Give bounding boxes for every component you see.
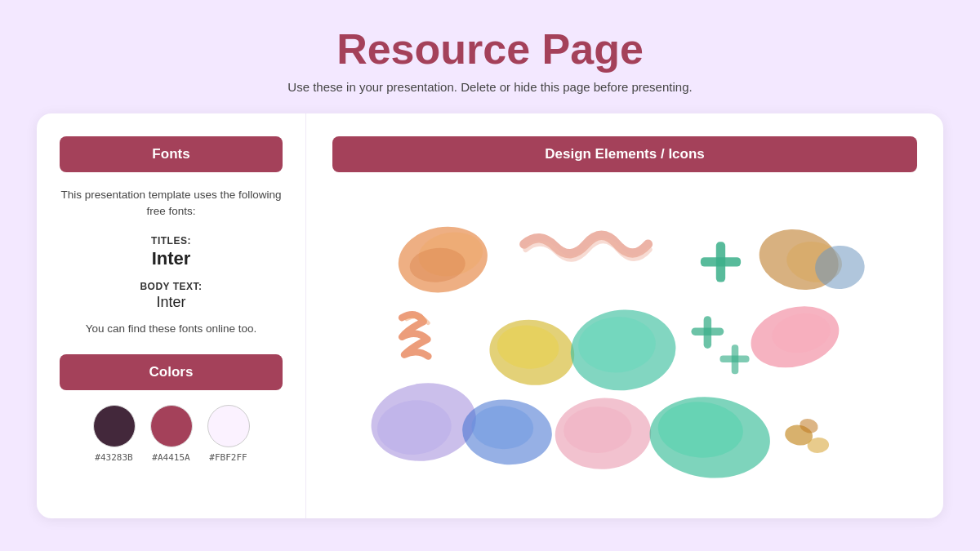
swatch-circle [207, 405, 250, 447]
fonts-description: This presentation template uses the foll… [60, 187, 283, 220]
colors-header: Colors [60, 354, 283, 390]
page-header: Resource Page Use these in your presenta… [287, 24, 692, 94]
body-label: BODY TEXT: [60, 281, 283, 292]
swatch-item: #FBF2FF [207, 405, 250, 463]
body-font: Inter [60, 294, 283, 311]
watercolor-elements [332, 202, 917, 495]
swatch-label: #43283B [95, 452, 132, 463]
swatch-item: #43283B [93, 405, 136, 463]
right-panel: Design Elements / Icons [306, 113, 943, 518]
svg-rect-4 [701, 257, 741, 266]
svg-rect-15 [720, 356, 750, 363]
page-title: Resource Page [287, 24, 692, 73]
fonts-header: Fonts [60, 136, 283, 172]
swatch-circle [93, 405, 136, 447]
main-card: Fonts This presentation template uses th… [37, 113, 943, 518]
design-elements-area [332, 202, 917, 495]
swatch-item: #A4415A [150, 405, 193, 463]
body-block: BODY TEXT: Inter [60, 281, 283, 322]
titles-label: TITLES: [60, 235, 283, 247]
svg-rect-13 [691, 327, 724, 335]
titles-block: TITLES: Inter [60, 235, 283, 281]
design-elements-header: Design Elements / Icons [332, 136, 917, 172]
swatch-circle [150, 405, 193, 447]
page-subtitle: Use these in your presentation. Delete o… [287, 80, 692, 94]
color-swatches: #43283B#A4415A#FBF2FF [60, 405, 283, 463]
titles-font: Inter [60, 248, 283, 269]
swatch-label: #A4415A [152, 452, 189, 463]
fonts-online-text: You can find these fonts online too. [60, 322, 283, 335]
swatch-label: #FBF2FF [209, 452, 247, 463]
left-panel: Fonts This presentation template uses th… [37, 113, 306, 518]
colors-section: Colors #43283B#A4415A#FBF2FF [60, 354, 283, 469]
